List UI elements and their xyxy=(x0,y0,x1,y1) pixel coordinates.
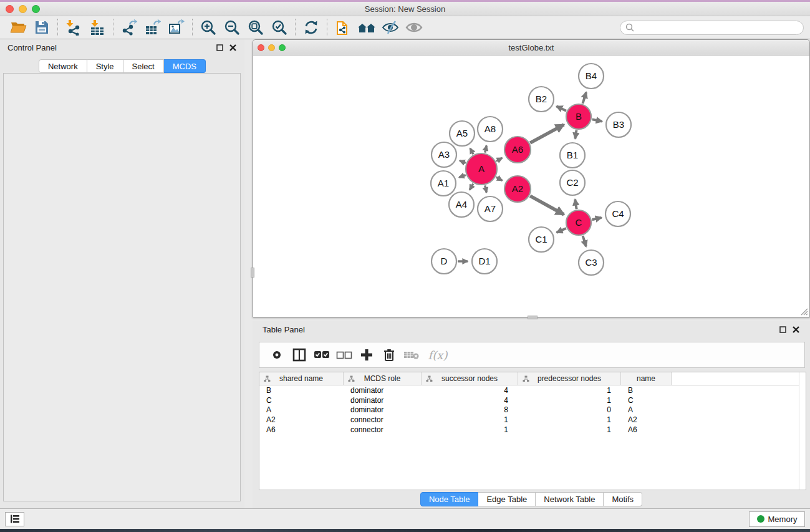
node-table[interactable]: shared nameMCDS rolesuccessor nodesprede… xyxy=(259,372,806,490)
cell-successor-nodes[interactable]: 8 xyxy=(422,405,518,414)
open-session-icon[interactable] xyxy=(6,17,30,37)
edge-A-A8[interactable] xyxy=(485,145,486,152)
edge-B-B3[interactable] xyxy=(592,119,602,121)
cell-name[interactable]: B xyxy=(621,386,672,395)
import-network-icon[interactable] xyxy=(62,17,85,37)
cell-predecessor-nodes[interactable]: 1 xyxy=(518,415,621,424)
cell-name[interactable]: C xyxy=(621,396,672,405)
cell-MCDS-role[interactable]: connector xyxy=(344,415,422,424)
edge-B-B2[interactable] xyxy=(556,106,566,110)
split-columns-icon[interactable] xyxy=(288,344,311,365)
edge-A-A1[interactable] xyxy=(459,175,465,178)
cell-predecessor-nodes[interactable]: 1 xyxy=(518,386,621,395)
cell-name[interactable]: A6 xyxy=(621,425,672,434)
edge-C-C4[interactable] xyxy=(592,218,601,220)
table-row[interactable]: A2connector11A2 xyxy=(259,415,806,425)
table-row[interactable]: A6connector11A6 xyxy=(259,425,806,435)
table-row[interactable]: Cdominator41C xyxy=(259,395,806,405)
tab-style[interactable]: Style xyxy=(87,59,123,73)
table-row[interactable]: Adominator80A xyxy=(259,405,806,415)
window-resize-grip[interactable] xyxy=(801,308,808,316)
cell-shared-name[interactable]: A xyxy=(259,405,344,414)
select-all-columns-icon[interactable] xyxy=(311,344,333,365)
float-panel-icon[interactable] xyxy=(216,44,224,52)
edge-A-A4[interactable] xyxy=(470,184,473,190)
zoom-selected-icon[interactable] xyxy=(268,17,291,37)
tab-network[interactable]: Network xyxy=(39,59,87,73)
zoom-fit-icon[interactable] xyxy=(244,17,268,37)
unselect-all-columns-icon[interactable] xyxy=(333,344,355,365)
splitter-handle-left[interactable] xyxy=(251,268,254,278)
delete-table-icon[interactable] xyxy=(400,344,423,365)
column-header-predecessor-nodes[interactable]: predecessor nodes xyxy=(518,372,621,385)
cell-MCDS-role[interactable]: dominator xyxy=(344,396,422,405)
float-panel-icon[interactable] xyxy=(779,326,787,334)
network-window-titlebar[interactable]: testGlobe.txt xyxy=(253,40,809,56)
edge-A-A6[interactable] xyxy=(496,158,502,161)
table-settings-icon[interactable] xyxy=(266,344,288,365)
tab-edge-table[interactable]: Edge Table xyxy=(478,492,536,506)
cell-MCDS-role[interactable]: dominator xyxy=(344,405,422,414)
tab-mcds[interactable]: MCDS xyxy=(164,59,206,73)
edge-A-A7[interactable] xyxy=(485,185,486,192)
close-panel-icon[interactable] xyxy=(229,44,237,52)
export-image-icon[interactable] xyxy=(165,17,188,37)
cell-successor-nodes[interactable]: 4 xyxy=(422,396,518,405)
edge-A-A5[interactable] xyxy=(470,148,473,155)
import-table-icon[interactable] xyxy=(85,17,109,37)
edge-C-C3[interactable] xyxy=(583,236,586,246)
table-scrollbar[interactable] xyxy=(799,372,806,490)
edge-A-A2[interactable] xyxy=(496,177,503,180)
cell-successor-nodes[interactable]: 1 xyxy=(422,415,518,424)
close-panel-icon[interactable] xyxy=(792,326,800,334)
tab-node-table[interactable]: Node Table xyxy=(420,492,479,506)
search-field[interactable] xyxy=(620,21,804,35)
cell-shared-name[interactable]: C xyxy=(259,396,344,405)
tab-motifs[interactable]: Motifs xyxy=(604,492,642,506)
network-from-selection-icon[interactable] xyxy=(331,17,355,37)
cell-successor-nodes[interactable]: 1 xyxy=(422,425,518,434)
show-graphics-details-icon[interactable] xyxy=(402,17,426,37)
edge-B-B4[interactable] xyxy=(582,92,586,104)
cell-MCDS-role[interactable]: dominator xyxy=(344,386,422,395)
splitter-handle-bottom[interactable] xyxy=(528,316,538,319)
export-table-icon[interactable] xyxy=(141,17,165,37)
cell-predecessor-nodes[interactable]: 1 xyxy=(518,396,621,405)
hide-graphics-details-icon[interactable] xyxy=(378,17,402,37)
cell-name[interactable]: A2 xyxy=(621,415,672,424)
zoom-in-icon[interactable] xyxy=(196,17,220,37)
add-column-icon[interactable] xyxy=(355,344,378,365)
function-builder-icon[interactable]: f(x) xyxy=(423,344,453,365)
edge-C-C1[interactable] xyxy=(557,228,566,233)
edge-A2-C[interactable] xyxy=(530,196,564,215)
memory-button[interactable]: Memory xyxy=(749,511,805,527)
task-history-button[interactable] xyxy=(5,512,24,526)
column-header-MCDS-role[interactable]: MCDS role xyxy=(344,372,422,385)
tab-network-table[interactable]: Network Table xyxy=(536,492,604,506)
export-network-icon[interactable] xyxy=(117,17,141,37)
table-row[interactable]: Bdominator41B xyxy=(259,385,806,395)
tab-select[interactable]: Select xyxy=(123,59,164,73)
save-session-icon[interactable] xyxy=(30,17,54,37)
refresh-icon[interactable] xyxy=(299,17,323,37)
cell-MCDS-role[interactable]: connector xyxy=(344,425,422,434)
column-header-name[interactable]: name xyxy=(621,372,672,385)
edge-A-A3[interactable] xyxy=(460,161,466,163)
network-graph-canvas[interactable]: B4B2BB3A8A5A6A3B1AA1C2A2A4A7C4CC1C3DD1 xyxy=(254,56,809,317)
edge-C-C2[interactable] xyxy=(575,200,576,210)
cell-successor-nodes[interactable]: 4 xyxy=(422,386,518,395)
cell-name[interactable]: A xyxy=(621,405,672,414)
column-header-shared-name[interactable]: shared name xyxy=(259,372,344,385)
cell-predecessor-nodes[interactable]: 0 xyxy=(518,405,621,414)
cell-shared-name[interactable]: A6 xyxy=(259,425,344,434)
column-header-successor-nodes[interactable]: successor nodes xyxy=(422,372,518,385)
delete-columns-icon[interactable] xyxy=(378,344,400,365)
search-input[interactable] xyxy=(634,23,798,32)
cell-shared-name[interactable]: B xyxy=(259,386,344,395)
edge-A6-B[interactable] xyxy=(530,125,564,143)
zoom-out-icon[interactable] xyxy=(220,17,244,37)
cell-shared-name[interactable]: A2 xyxy=(259,415,344,424)
edge-B-B1[interactable] xyxy=(575,130,576,139)
first-neighbors-icon[interactable] xyxy=(355,17,378,37)
cell-predecessor-nodes[interactable]: 1 xyxy=(518,425,621,434)
